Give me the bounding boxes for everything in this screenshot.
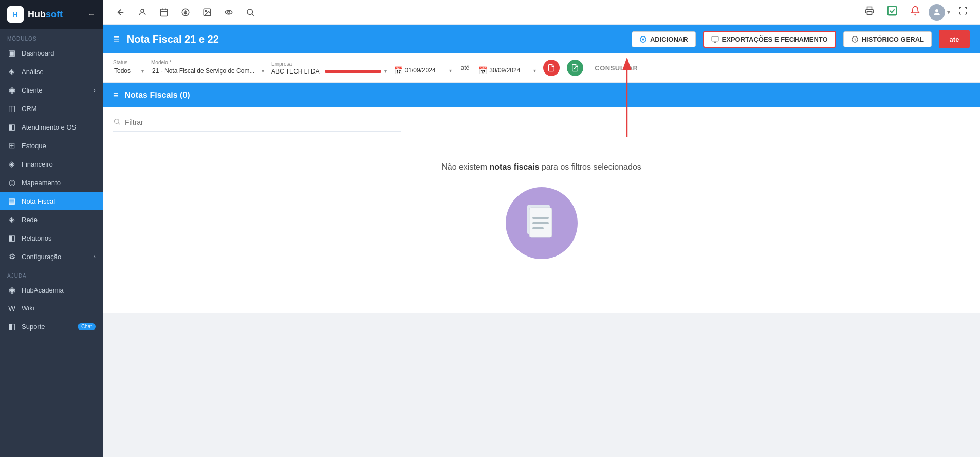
suporte-icon: ◧ <box>7 322 16 331</box>
search-button[interactable] <box>241 5 260 20</box>
sidebar-item-atendimento[interactable]: ◧ Atendimento e OS <box>0 118 103 136</box>
sidebar-item-label: Wiki <box>22 304 34 312</box>
sidebar-item-configuracao[interactable]: ⚙ Configuração › <box>0 247 103 266</box>
help-label: AJUDA <box>0 266 103 281</box>
svg-point-7 <box>247 9 253 15</box>
red-btn-label: ate <box>950 35 959 43</box>
sidebar-item-label: Dashboard <box>22 49 54 57</box>
filter-bar: Status Todos ▾ Modelo * 21 - Nota Fiscal… <box>103 53 980 83</box>
estoque-icon: ⊞ <box>7 141 16 150</box>
section-header-icon: ≡ <box>113 90 119 101</box>
sidebar-item-relatorios[interactable]: ◧ Relatórios <box>0 229 103 247</box>
modelo-select-wrap: 21 - Nota Fiscal de Serviço de Com... ▾ <box>151 66 264 76</box>
chevron-right-icon: › <box>94 87 96 93</box>
sidebar-item-dashboard[interactable]: ▣ Dashboard <box>0 44 103 62</box>
export-btn-label: EXPORTAÇÕES E FECHAMENTO <box>722 35 828 43</box>
sidebar-item-label: Financeiro <box>22 160 53 168</box>
modules-label: MÓDULOS <box>0 29 103 44</box>
document-icon <box>523 203 560 244</box>
status-select-wrap: Todos ▾ <box>113 66 144 76</box>
print-button[interactable] <box>861 4 878 20</box>
chevron-right-icon: › <box>94 253 96 260</box>
sidebar-item-cliente[interactable]: ◉ Cliente › <box>0 81 103 99</box>
relatorios-icon: ◧ <box>7 233 16 243</box>
filtrar-input[interactable] <box>125 118 401 126</box>
avatar <box>929 4 945 21</box>
sidebar-item-label: Atendimento e OS <box>22 123 76 131</box>
svg-point-14 <box>115 119 119 124</box>
sidebar-item-label: Estoque <box>22 142 46 150</box>
hubacademia-icon: ◉ <box>7 285 16 295</box>
chat-badge: Chat <box>78 323 96 330</box>
consultar-button[interactable]: CONSULTAR <box>590 62 642 74</box>
pdf-export-button[interactable] <box>543 60 560 76</box>
search-icon <box>113 118 121 127</box>
bell-button[interactable] <box>906 4 924 21</box>
add-button[interactable]: ADICIONAR <box>632 31 696 47</box>
date-to-chevron-icon: ▾ <box>533 68 536 74</box>
sidebar-version <box>0 447 103 457</box>
svg-rect-1 <box>160 9 168 16</box>
historico-btn-label: HISTÓRICO GERAL <box>862 35 924 43</box>
svg-rect-22 <box>532 227 544 229</box>
financeiro-icon: ◈ <box>7 159 16 169</box>
sidebar-item-estoque[interactable]: ⊞ Estoque <box>0 136 103 155</box>
wiki-icon: W <box>7 304 16 313</box>
date-from-group: 📅 ▾ <box>394 60 452 76</box>
eye-button[interactable] <box>219 5 238 20</box>
svg-point-10 <box>935 9 938 12</box>
calendar-button[interactable] <box>154 5 174 20</box>
topbar: ▾ <box>103 0 980 25</box>
configuracao-icon: ⚙ <box>7 252 16 261</box>
person-button[interactable] <box>133 5 152 20</box>
chevron-down-icon: ▾ <box>947 9 950 16</box>
main-area: ▾ ≡ Nota Fiscal 21 e 22 ADICIONAR EXPORT… <box>103 0 980 457</box>
image-button[interactable] <box>197 5 217 20</box>
empresa-label: Empresa <box>271 61 387 67</box>
page-title: Nota Fiscal 21 e 22 <box>127 33 624 45</box>
sidebar-item-suporte[interactable]: ◧ Suporte Chat <box>0 317 103 336</box>
export-button[interactable]: EXPORTAÇÕES E FECHAMENTO <box>703 31 836 48</box>
date-from-input[interactable] <box>405 67 447 74</box>
add-btn-label: ADICIONAR <box>650 35 688 43</box>
sidebar-item-nota-fiscal[interactable]: ▤ Nota Fiscal <box>0 192 103 210</box>
back-button[interactable] <box>111 5 131 20</box>
expand-button[interactable] <box>954 4 972 20</box>
sidebar-item-hubacademia[interactable]: ◉ HubAcademia <box>0 281 103 299</box>
modelo-select[interactable]: 21 - Nota Fiscal de Serviço de Com... <box>151 66 264 76</box>
sidebar-item-rede[interactable]: ◈ Rede <box>0 210 103 229</box>
check-button[interactable] <box>882 3 902 21</box>
svg-rect-12 <box>712 36 718 41</box>
sidebar-collapse-btn[interactable]: ← <box>87 10 96 19</box>
sidebar-item-label: CRM <box>22 105 37 113</box>
page-header: ≡ Nota Fiscal 21 e 22 ADICIONAR EXPORTAÇ… <box>103 25 980 53</box>
red-action-button[interactable]: ate <box>939 30 970 48</box>
date-to-label <box>478 60 536 65</box>
excel-export-button[interactable] <box>567 60 583 76</box>
sidebar-item-wiki[interactable]: W Wiki <box>0 299 103 317</box>
empty-state: Não existem notas fiscais para os filtro… <box>113 132 970 280</box>
user-menu[interactable]: ▾ <box>929 4 950 21</box>
status-select[interactable]: Todos <box>113 66 144 76</box>
svg-point-4 <box>205 10 206 11</box>
sidebar-item-analise[interactable]: ◈ Análise <box>0 62 103 81</box>
modelo-filter-group: Modelo * 21 - Nota Fiscal de Serviço de … <box>151 60 264 76</box>
ate-label: até <box>459 64 472 71</box>
sidebar-item-label: Relatórios <box>22 234 52 242</box>
date-from-wrap: 📅 ▾ <box>394 66 452 76</box>
cliente-icon: ◉ <box>7 85 16 95</box>
modelo-label: Modelo * <box>151 60 264 65</box>
sidebar-item-financeiro[interactable]: ◈ Financeiro <box>0 155 103 173</box>
date-to-input[interactable] <box>489 67 531 74</box>
sidebar-item-crm[interactable]: ◫ CRM <box>0 99 103 118</box>
content-area: ≡ Notas Fiscais (0) Não existem notas fi… <box>103 83 980 457</box>
mapeamento-icon: ◎ <box>7 178 16 187</box>
empresa-text: ABC TECH LTDA <box>271 68 320 75</box>
historico-button[interactable]: HISTÓRICO GERAL <box>843 31 932 47</box>
date-to-group: 📅 ▾ <box>478 60 536 76</box>
sidebar-item-mapeamento[interactable]: ◎ Mapeamento <box>0 173 103 192</box>
dollar-button[interactable] <box>176 5 195 20</box>
sidebar-item-label: HubAcademia <box>22 286 64 294</box>
empresa-chevron-icon: ▾ <box>384 68 387 74</box>
svg-point-6 <box>228 11 230 13</box>
